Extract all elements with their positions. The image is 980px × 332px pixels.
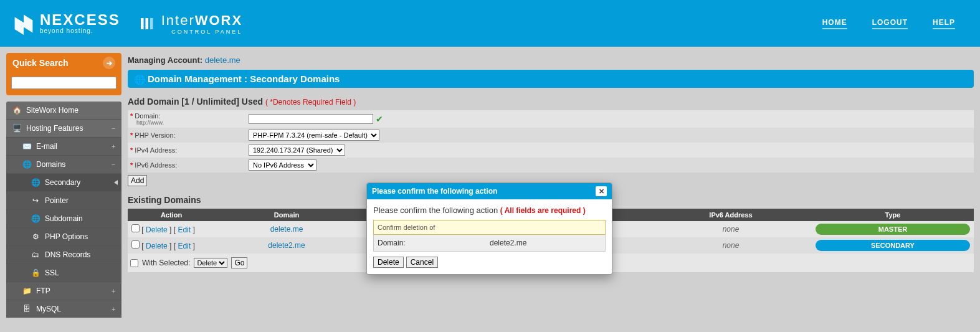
dialog-domain-label: Domain: [378,239,490,247]
lock-icon: 🔒 [31,268,40,277]
page-title-text: Domain Management : Secondary Domains [148,74,340,84]
edit-link[interactable]: Edit [178,242,191,250]
expand-icon: + [112,306,115,313]
sidebar-label: SiteWorx Home [26,106,78,115]
add-domain-form: * Domain:http://www. ✔ * PHP Version: PH… [128,110,974,173]
ipv6-select[interactable]: No IPv6 Address [249,159,316,171]
interworx-mark-icon [139,14,158,33]
globe-icon: 🌐 [134,74,144,84]
sidebar-item-hosting-features[interactable]: 🖥️ Hosting Features − [6,120,121,138]
dialog-domain-value: delete2.me [490,239,526,247]
row-checkbox[interactable] [131,240,140,249]
sidebar-item-siteworx-home[interactable]: 🏠 SiteWorx Home [6,102,121,120]
dialog-cancel-button[interactable]: Cancel [406,257,438,268]
sidebar-label: FTP [36,287,50,295]
mail-icon: ✉️ [22,142,31,151]
form-row-php: * PHP Version: PHP-FPM 7.3.24 (remi-safe… [128,128,974,143]
dialog-delete-button[interactable]: Delete [373,257,404,268]
type-badge: SECONDARY [816,240,970,251]
go-button[interactable]: Go [231,257,247,268]
nexcess-mark-icon [12,12,35,35]
sidebar-item-domains[interactable]: 🌐 Domains − [6,156,121,174]
managing-account-link[interactable]: delete.me [205,55,240,65]
sidebar-label: Subdomain [45,214,83,223]
nexcess-logo: NEXCESS beyond hosting. [12,12,120,35]
row-checkbox[interactable] [131,224,140,232]
form-row-ipv6: * IPv6 Address: No IPv6 Address [128,158,974,173]
ipv6-label: IPv6 Address: [135,161,177,169]
domain-label: Domain: [135,112,160,120]
globe-icon: 🌐 [31,178,40,187]
expand-icon: + [112,143,115,150]
nav-logout[interactable]: LOGOUT [872,18,908,29]
sidebar-item-email[interactable]: ✉️ E-mail + [6,138,121,156]
sidebar-item-subdomain[interactable]: 🌐 Subdomain [6,210,121,228]
domain-link[interactable]: delete.me [270,225,303,234]
svg-rect-1 [145,18,148,29]
php-version-select[interactable]: PHP-FPM 7.3.24 (remi-safe - Default) [249,130,379,141]
monitor-icon: 🖥️ [12,124,21,133]
domain-link[interactable]: delete2.me [268,241,305,250]
sidebar-label: SSL [45,268,59,277]
sidebar-label: PHP Options [45,232,88,241]
domain-input[interactable] [249,114,373,124]
nexcess-tagline: beyond hosting. [40,27,120,34]
col-ipv6: IPv6 Address [650,209,812,221]
sidebar-label: E-mail [36,142,57,151]
logo-area: NEXCESS beyond hosting. InterWORX CONTRO… [12,12,822,35]
interworx-logo: InterWORX CONTROL PANEL [139,12,242,35]
dialog-close-button[interactable]: ✕ [596,186,607,196]
sidebar-label: MySQL [36,305,61,313]
gear-icon: ⚙ [31,232,40,241]
page-title: 🌐 Domain Management : Secondary Domains [128,70,974,88]
nav-help[interactable]: HELP [933,18,955,29]
confirm-dialog: Please confirm the following action ✕ Pl… [366,183,612,275]
form-row-domain: * Domain:http://www. ✔ [128,110,974,128]
add-button[interactable]: Add [128,175,147,186]
ftp-icon: 📁 [22,287,31,295]
sidebar-label: Hosting Features [26,124,83,133]
select-all-checkbox[interactable] [130,259,138,267]
sidebar-item-ssl[interactable]: 🔒 SSL [6,264,121,282]
sidebar-item-mysql[interactable]: 🗄 MySQL + [6,300,121,318]
nav-home[interactable]: HOME [822,18,847,29]
delete-link[interactable]: Delete [146,242,168,250]
dialog-confirm-box: Confirm deletion of [373,220,606,235]
collapse-icon: − [112,161,115,168]
dialog-title-text: Please confirm the following action [372,187,497,196]
dialog-titlebar[interactable]: Please confirm the following action ✕ [367,183,612,199]
sidebar-item-php-options[interactable]: ⚙ PHP Options [6,228,121,246]
sidebar-item-ftp[interactable]: 📁 FTP + [6,282,121,300]
php-label: PHP Version: [135,131,175,139]
ipv6-cell: none [650,237,812,254]
app-header: NEXCESS beyond hosting. InterWORX CONTRO… [0,0,980,47]
edit-link[interactable]: Edit [178,225,191,234]
sidebar-label: Pointer [45,196,69,205]
type-badge: MASTER [816,224,970,235]
quick-search-input[interactable] [11,77,117,89]
svg-rect-0 [141,18,144,29]
quick-search-go-icon[interactable]: ➔ [103,57,115,69]
add-domain-heading: Add Domain [1 / Unlimited] Used ( *Denot… [128,97,974,107]
form-row-ipv4: * IPv4 Address: 192.240.173.247 (Shared) [128,143,974,158]
col-type: Type [812,209,974,221]
sidebar-nav: 🏠 SiteWorx Home 🖥️ Hosting Features − ✉️… [6,102,121,318]
managing-label: Managing Account: [128,55,205,65]
expand-icon: + [112,288,115,295]
home-icon: 🏠 [12,106,21,115]
sidebar-item-secondary[interactable]: 🌐 Secondary [6,174,121,192]
bulk-action-select[interactable]: Delete [194,258,227,268]
sidebar-item-pointer[interactable]: ↪ Pointer [6,192,121,210]
globe-icon: 🌐 [31,214,40,223]
globe-icon: 🌐 [22,160,31,169]
dns-icon: 🗂 [31,250,40,259]
sidebar-item-dns-records[interactable]: 🗂 DNS Records [6,246,121,264]
sidebar: Quick Search ➔ 🏠 SiteWorx Home 🖥️ Hostin… [6,53,121,318]
interworx-brand: InterWORX [161,12,242,29]
dialog-message: Please confirm the following action ( Al… [373,206,606,215]
sidebar-label: Domains [36,160,65,169]
pointer-icon: ↪ [31,196,40,205]
with-selected-label: With Selected: [142,258,190,267]
delete-link[interactable]: Delete [146,225,168,234]
ipv4-select[interactable]: 192.240.173.247 (Shared) [249,145,345,156]
